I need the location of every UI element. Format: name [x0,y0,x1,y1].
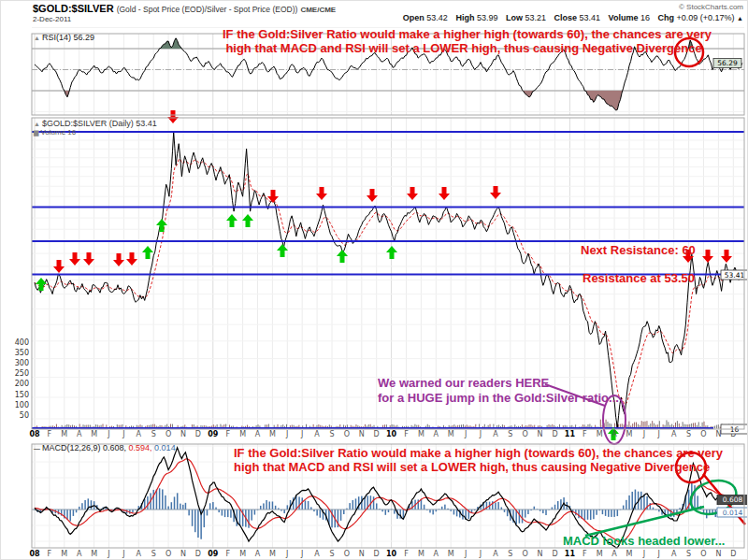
svg-text:11: 11 [565,430,576,438]
rsi-label-row: ▲RSI(14) 56.29 [34,33,94,42]
svg-text:J: J [657,430,660,438]
chg-value: +0.09 (+0.17%) [677,13,735,22]
svg-text:M: M [91,430,97,438]
stockcharts-chart: 87.585.082.580.077.575.072.570.067.565.0… [0,0,748,560]
annotation-purple-line1: We warned our readers HERE [378,376,619,391]
svg-text:M: M [418,430,424,438]
svg-text:S: S [151,550,156,558]
annotation-purple-line2: for a HUGE jump in the Gold:Silver ratio… [378,391,619,406]
svg-text:150: 150 [15,391,29,399]
svg-text:D: D [195,430,201,438]
svg-text:100: 100 [15,401,29,409]
svg-text:O: O [523,430,528,438]
chg-up-icon: ▲ [737,15,743,22]
svg-text:N: N [715,430,721,438]
svg-text:M: M [269,430,276,438]
svg-text:M: M [239,550,246,558]
svg-text:A: A [314,430,320,438]
svg-text:J: J [479,550,482,558]
annotation-top-line2: high that MACD and RSI will set a LOWER … [223,41,705,55]
svg-text:M: M [626,550,633,558]
annotation-macd-divergence: IF the Gold:Silver Ratio would make a hi… [234,446,723,474]
svg-text:J: J [464,430,467,438]
svg-text:J: J [642,430,645,438]
macd-label-row: —MACD(12,26,9) 0.608, 0.594, 0.014 [34,443,176,452]
low-value: 53.21 [525,13,546,22]
svg-text:A: A [434,550,439,558]
svg-text:F: F [404,550,409,558]
svg-text:A: A [255,430,261,438]
svg-text:10: 10 [386,550,397,558]
svg-text:56.29: 56.29 [717,59,738,67]
svg-text:200: 200 [15,380,29,388]
svg-text:D: D [552,550,557,558]
svg-text:A: A [137,430,142,438]
high-value: 53.99 [477,13,498,22]
svg-text:N: N [180,430,186,438]
volume-value: 16 [640,13,650,22]
svg-text:A: A [611,550,617,558]
svg-text:09: 09 [208,430,219,438]
svg-text:M: M [597,430,603,438]
macd-label-main: MACD(12,26,9) 0.608, [42,443,126,452]
svg-text:M: M [597,550,603,558]
copyright: © StockCharts.com [679,3,743,11]
annotation-macd-line1: IF the Gold:Silver Ratio would make a hi… [234,446,723,460]
svg-text:A: A [493,550,498,558]
svg-text:J: J [285,550,288,558]
annotation-top-divergence: IF the Gold:Silver Ratio would make a hi… [223,27,705,55]
svg-text:J: J [107,550,109,558]
svg-text:08: 08 [29,550,40,558]
svg-text:250: 250 [15,369,29,378]
svg-text:350: 350 [15,349,29,357]
svg-text:J: J [464,550,467,558]
volume-label-row: ▆Volume 16 [34,128,76,136]
svg-text:N: N [359,550,365,558]
annotation-warned-readers: We warned our readers HERE for a HUGE ju… [378,376,619,406]
svg-text:N: N [180,550,186,558]
svg-text:F: F [404,430,409,438]
svg-text:M: M [61,430,67,438]
price-label-row: ▲$GOLD:$SILVER (Daily) 53.41 [34,119,157,128]
macd-label-signal: 0.594, [129,443,152,452]
close-label: Close [554,13,578,22]
svg-text:M: M [61,550,67,558]
annotation-next-resistance: Next Resistance: 60 [581,243,696,257]
svg-text:O: O [344,430,350,438]
svg-text:M: M [239,430,246,438]
svg-text:J: J [122,550,124,558]
high-label: High [455,13,474,22]
open-value: 53.42 [426,13,448,22]
svg-text:O: O [523,550,528,558]
svg-text:F: F [225,550,230,558]
svg-text:F: F [583,430,587,438]
svg-text:0.608: 0.608 [723,495,743,504]
svg-text:S: S [686,430,691,438]
svg-text:400: 400 [15,338,29,347]
svg-text:J: J [300,430,303,438]
svg-text:M: M [91,550,97,558]
symbol-exchange: CME/CME [300,6,336,14]
header-line: $GOLD:$SILVER (Gold - Spot Price (EOD)/S… [33,3,336,14]
svg-text:O: O [165,430,171,438]
svg-text:S: S [508,430,512,438]
svg-text:53.41: 53.41 [725,271,745,280]
svg-text:A: A [77,430,82,438]
svg-text:J: J [642,550,645,558]
svg-text:M: M [448,550,454,558]
annotation-top-line1: IF the Gold:Silver Ratio would make a hi… [223,27,705,41]
svg-text:50: 50 [20,411,29,420]
svg-text:0.014: 0.014 [723,509,743,517]
svg-text:J: J [107,430,109,438]
svg-text:M: M [418,550,424,558]
quote-line: Open 53.42 High 53.99 Low 53.21 Close 53… [397,13,743,22]
svg-text:D: D [374,430,380,438]
svg-text:A: A [611,430,617,438]
chart-date: 2-Dec-2011 [33,15,71,23]
svg-text:J: J [657,550,660,558]
svg-text:F: F [48,430,52,438]
svg-text:S: S [151,430,156,438]
svg-text:S: S [686,550,691,558]
chg-label: Chg [657,13,674,22]
svg-text:O: O [165,550,171,558]
